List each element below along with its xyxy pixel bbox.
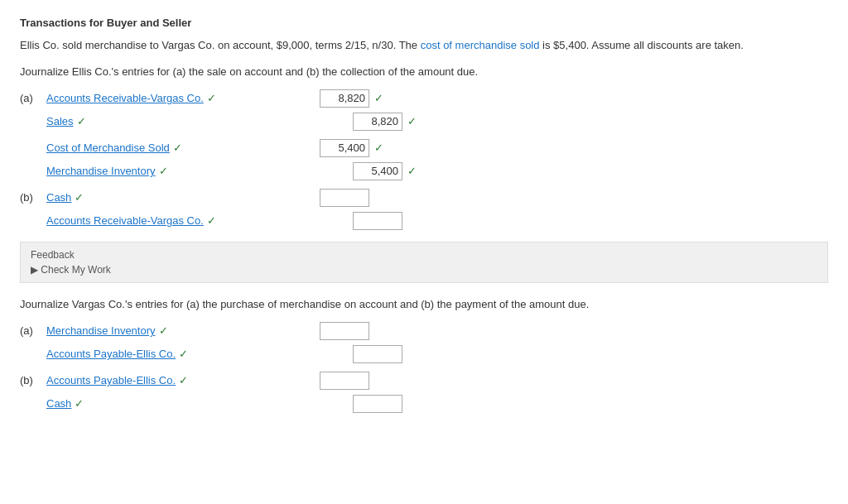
- vargas-b-row3: (b) Accounts Payable-Ellis Co. ✓: [20, 372, 828, 390]
- check-mark-credit4: ✓: [407, 165, 417, 177]
- ellis-sales-credit-value: 8,820: [371, 115, 398, 127]
- vargas-ap-ellis-credit-input[interactable]: [353, 345, 402, 363]
- vargas-a-debit1: [320, 322, 386, 340]
- vargas-merch-label: Merchandise Inventory ✓: [46, 324, 311, 337]
- ellis-b-row5: (b) Cash ✓: [20, 189, 828, 207]
- ellis-b-label: (b): [20, 191, 40, 204]
- check-mark-credit2: ✓: [407, 115, 417, 127]
- ellis-ar-debit-value: 8,820: [338, 92, 365, 104]
- ellis-coms-link[interactable]: Cost of Merchandise Sold: [46, 142, 170, 154]
- ellis-ar-vargas-link[interactable]: Accounts Receivable-Vargas Co.: [46, 92, 204, 104]
- vargas-a-row1: (a) Merchandise Inventory ✓: [20, 322, 828, 340]
- vargas-a-label: (a): [20, 324, 40, 337]
- ellis-ar-vargas2-label: Accounts Receivable-Vargas Co. ✓: [46, 214, 311, 227]
- vargas-b-debit3: [320, 372, 386, 390]
- ellis-a-row4: Merchandise Inventory ✓ 5,400 ✓: [20, 162, 828, 180]
- ellis-a-row2: Sales ✓ 8,820 ✓: [20, 113, 828, 131]
- vargas-ap-ellis2-debit-input[interactable]: [320, 372, 369, 390]
- ellis-sales-label: Sales ✓: [46, 115, 311, 127]
- check-mark-6: ✓: [207, 214, 216, 227]
- vargas-ap-ellis2-link[interactable]: Accounts Payable-Ellis Co.: [46, 374, 176, 386]
- description-part1: Ellis Co. sold merchandise to Vargas Co.…: [20, 39, 421, 51]
- ellis-merch-credit-value: 5,400: [371, 165, 398, 177]
- ellis-coms-label: Cost of Merchandise Sold ✓: [46, 142, 311, 154]
- ellis-merch-label: Merchandise Inventory ✓: [46, 165, 311, 177]
- check-mark-debit3: ✓: [374, 142, 383, 154]
- check-mark-3: ✓: [173, 142, 182, 154]
- vargas-b-label: (b): [20, 374, 40, 386]
- ellis-a-debit3: 5,400 ✓: [320, 139, 386, 157]
- feedback-section: Feedback Check My Work: [20, 242, 828, 283]
- vargas-cash-label: Cash ✓: [46, 397, 311, 410]
- ellis-b-debit5: [320, 189, 386, 207]
- ellis-cash-label: Cash ✓: [46, 191, 311, 204]
- check-mark-v4: ✓: [75, 397, 84, 410]
- ellis-a-row3: Cost of Merchandise Sold ✓ 5,400 ✓: [20, 139, 828, 157]
- ellis-cash-debit-input[interactable]: [320, 189, 369, 207]
- ellis-b-row6: Accounts Receivable-Vargas Co. ✓: [20, 212, 828, 230]
- vargas-ap-ellis-label: Accounts Payable-Ellis Co. ✓: [46, 348, 311, 360]
- cost-of-merchandise-link[interactable]: cost of merchandise sold: [421, 39, 540, 51]
- description: Ellis Co. sold merchandise to Vargas Co.…: [20, 37, 828, 54]
- ellis-sales-link[interactable]: Sales: [46, 115, 74, 127]
- check-mark-v1: ✓: [159, 324, 168, 337]
- check-mark-v2: ✓: [179, 348, 188, 360]
- description-part2: is $5,400. Assume all discounts are take…: [539, 39, 743, 51]
- ellis-a-label: (a): [20, 92, 40, 104]
- vargas-merch-debit-input[interactable]: [320, 322, 369, 340]
- check-mark-1: ✓: [207, 92, 216, 104]
- ellis-a-credit4: 5,400 ✓: [353, 162, 419, 180]
- check-mark-5: ✓: [75, 191, 84, 204]
- ellis-a-credit2: 8,820 ✓: [353, 113, 419, 131]
- vargas-a-row2: Accounts Payable-Ellis Co. ✓: [20, 345, 828, 363]
- ellis-merch-credit-box: 5,400: [353, 162, 402, 180]
- instruction-vargas: Journalize Vargas Co.'s entries for (a) …: [20, 298, 828, 310]
- ellis-a-account1-label: Accounts Receivable-Vargas Co. ✓: [46, 92, 311, 104]
- check-mark-debit1: ✓: [374, 92, 383, 104]
- ellis-ar-vargas2-link[interactable]: Accounts Receivable-Vargas Co.: [46, 214, 204, 227]
- ellis-ar-vargas2-credit-input[interactable]: [353, 212, 402, 230]
- vargas-b-credit4: [353, 395, 419, 413]
- ellis-cash-link[interactable]: Cash: [46, 191, 71, 204]
- feedback-label: Feedback: [31, 249, 817, 261]
- vargas-cash-link[interactable]: Cash: [46, 397, 71, 410]
- vargas-a-credit2: [353, 345, 419, 363]
- ellis-coms-debit-box: 5,400: [320, 139, 369, 157]
- ellis-a-row1: (a) Accounts Receivable-Vargas Co. ✓ 8,8…: [20, 89, 828, 108]
- vargas-merch-link[interactable]: Merchandise Inventory: [46, 324, 156, 337]
- instruction-ellis: Journalize Ellis Co.'s entries for (a) t…: [20, 65, 828, 78]
- check-mark-2: ✓: [77, 115, 86, 127]
- check-my-work-button[interactable]: Check My Work: [31, 264, 817, 276]
- vargas-ap-ellis-link[interactable]: Accounts Payable-Ellis Co.: [46, 348, 176, 360]
- ellis-ar-debit-box: 8,820: [320, 89, 369, 108]
- check-mark-4: ✓: [159, 165, 168, 177]
- ellis-coms-debit-value: 5,400: [338, 142, 365, 154]
- ellis-merch-link[interactable]: Merchandise Inventory: [46, 165, 156, 177]
- ellis-a-debit1: 8,820 ✓: [320, 89, 386, 108]
- ellis-b-credit6: [353, 212, 419, 230]
- check-mark-v3: ✓: [179, 374, 188, 386]
- vargas-b-row4: Cash ✓: [20, 395, 828, 413]
- vargas-ap-ellis2-label: Accounts Payable-Ellis Co. ✓: [46, 374, 311, 386]
- vargas-cash-credit-input[interactable]: [353, 395, 402, 413]
- page-title: Transactions for Buyer and Seller: [20, 17, 828, 29]
- ellis-sales-credit-box: 8,820: [353, 113, 402, 131]
